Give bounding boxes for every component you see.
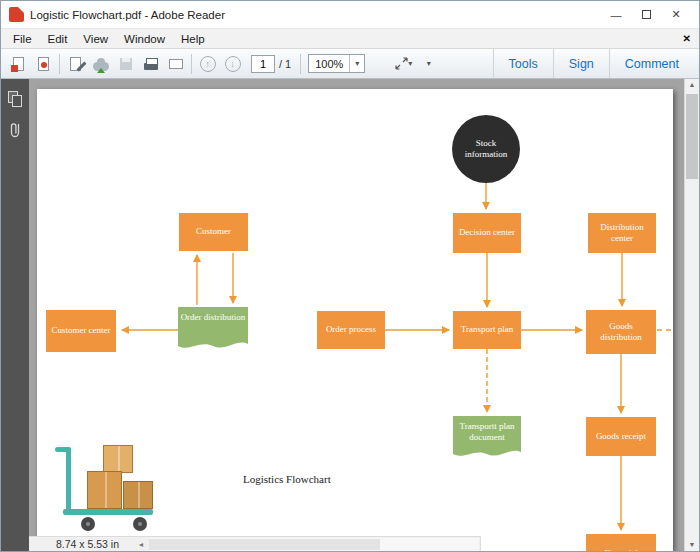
pdf-page: Stock information Customer Decision cent… — [37, 89, 673, 551]
node-order-distribution[interactable]: Order distribution — [178, 307, 248, 351]
minimize-button[interactable]: — — [601, 5, 631, 25]
cloud-upload-icon — [93, 62, 109, 71]
page-thumbnails-icon[interactable] — [8, 91, 22, 107]
node-transport-plan[interactable]: Transport plan — [453, 311, 521, 349]
comment-button[interactable]: Comment — [609, 49, 694, 78]
page-up-icon: ↑ — [200, 56, 216, 72]
fit-dropdown-icon: ▾ — [408, 59, 412, 68]
menu-help[interactable]: Help — [173, 29, 213, 48]
window-title: Logistic Flowchart.pdf - Adobe Reader — [30, 9, 225, 21]
horizontal-scrollbar[interactable] — [149, 538, 479, 551]
zoom-select[interactable]: 100% ▾ — [308, 54, 365, 73]
menu-view[interactable]: View — [75, 29, 116, 48]
next-page-button[interactable]: ↓ — [220, 52, 245, 76]
node-financial[interactable]: Financial — [586, 534, 656, 551]
cart-wheel — [133, 517, 147, 531]
node-stock-information[interactable]: Stock information — [452, 115, 520, 183]
toolbar: ↑ ↓ / 1 100% ▾ ▾ ▾ Tools Sign Comment — [1, 49, 699, 79]
open-button[interactable] — [6, 52, 31, 76]
horizontal-scrollbar-thumb[interactable] — [149, 539, 380, 550]
status-bar: 8.74 x 5.53 in ◄ — [29, 536, 481, 551]
cart-illustration — [47, 439, 177, 539]
print-button[interactable] — [138, 52, 163, 76]
previous-page-button[interactable]: ↑ — [195, 52, 220, 76]
fit-window-button[interactable]: ▾ — [391, 52, 416, 76]
cargo-box — [103, 445, 133, 473]
scroll-left-icon[interactable]: ◄ — [133, 541, 149, 548]
window-controls: — ✕ — [601, 5, 691, 25]
menu-window[interactable]: Window — [116, 29, 173, 48]
toolbar-separator — [59, 54, 60, 74]
document-dimensions: 8.74 x 5.53 in — [29, 538, 119, 550]
cargo-box — [87, 471, 122, 509]
page-number-input[interactable] — [251, 55, 275, 73]
vertical-scrollbar[interactable]: ▲ ▼ — [684, 79, 699, 551]
scroll-up-icon[interactable]: ▲ — [685, 81, 699, 88]
flowchart-caption: Logistics Flowchart — [243, 473, 331, 485]
vertical-scrollbar-thumb[interactable] — [686, 94, 698, 179]
open-icon — [13, 57, 24, 71]
print-icon — [144, 63, 158, 70]
fit-window-icon — [395, 57, 408, 70]
menu-file[interactable]: File — [5, 29, 40, 48]
toolbar-separator — [300, 54, 301, 74]
main-area: Stock information Customer Decision cent… — [1, 79, 699, 551]
toolbar-separator — [191, 54, 192, 74]
node-goods-receipt[interactable]: Goods receipt — [586, 417, 656, 456]
email-button[interactable] — [163, 52, 188, 76]
create-pdf-icon — [38, 57, 49, 71]
menu-edit[interactable]: Edit — [40, 29, 76, 48]
node-decision-center[interactable]: Decision center — [453, 213, 521, 253]
node-order-process[interactable]: Order process — [317, 311, 385, 349]
navigation-pane — [1, 79, 29, 551]
node-customer[interactable]: Customer — [179, 213, 248, 251]
cargo-box — [123, 481, 153, 509]
save-button[interactable] — [113, 52, 138, 76]
maximize-icon — [642, 10, 651, 19]
pdf-app-icon — [9, 7, 24, 22]
send-file-button[interactable] — [88, 52, 113, 76]
attachments-paperclip-icon[interactable] — [9, 121, 22, 139]
page-count-label: / 1 — [279, 58, 291, 70]
panel-buttons: Tools Sign Comment — [493, 49, 694, 78]
save-icon — [120, 58, 132, 70]
create-pdf-button[interactable] — [31, 52, 56, 76]
close-button[interactable]: ✕ — [661, 5, 691, 25]
email-icon — [169, 59, 183, 69]
close-document-icon[interactable]: ✕ — [683, 33, 691, 44]
zoom-value: 100% — [309, 58, 349, 70]
flowchart: Stock information Customer Decision cent… — [37, 89, 673, 551]
cart-wheel — [81, 517, 95, 531]
cart-handle — [66, 447, 71, 513]
overflow-chevron-icon: ▾ — [427, 59, 431, 68]
tools-button[interactable]: Tools — [493, 49, 553, 78]
maximize-button[interactable] — [631, 5, 661, 25]
node-goods-distribution[interactable]: Goods distribution — [586, 310, 656, 354]
toolbar-overflow-button[interactable]: ▾ — [416, 52, 441, 76]
node-customer-center[interactable]: Customer center — [46, 310, 116, 352]
node-distribution-center[interactable]: Distribution center — [588, 213, 656, 253]
document-pane[interactable]: Stock information Customer Decision cent… — [29, 79, 684, 551]
cart-platform — [63, 509, 153, 515]
pencil-icon — [70, 57, 81, 71]
node-transport-plan-document[interactable]: Transportt plan document — [453, 416, 521, 459]
title-bar: Logistic Flowchart.pdf - Adobe Reader — … — [1, 1, 699, 29]
fill-sign-button[interactable] — [63, 52, 88, 76]
zoom-dropdown-icon[interactable]: ▾ — [349, 55, 364, 72]
scroll-down-icon[interactable]: ▼ — [685, 541, 699, 548]
sign-button[interactable]: Sign — [553, 49, 609, 78]
adobe-reader-window: Logistic Flowchart.pdf - Adobe Reader — … — [0, 0, 700, 552]
menu-bar: File Edit View Window Help ✕ — [1, 29, 699, 49]
page-down-icon: ↓ — [225, 56, 241, 72]
